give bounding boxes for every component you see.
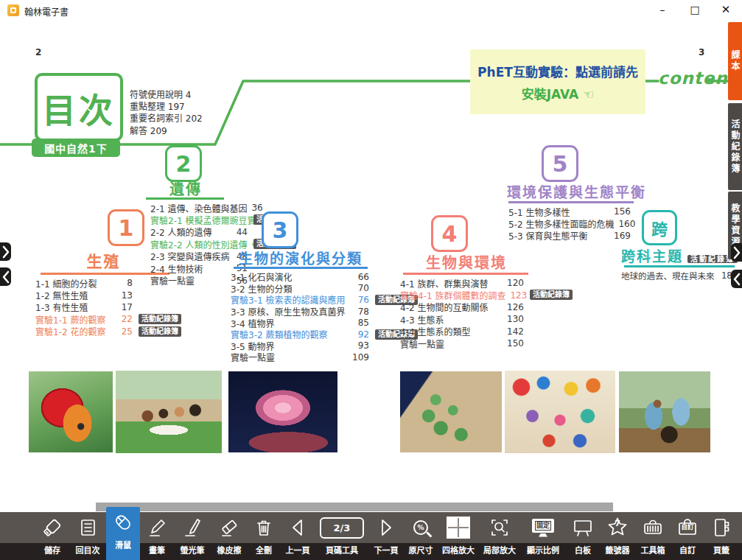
- chevron-left-icon: [1, 270, 11, 284]
- bottom-toolbar: 儲存 回目次 滑鼠 畫筆 螢光筆 橡皮擦 全刪 上一頁: [0, 512, 742, 560]
- eraser-icon: [218, 512, 240, 543]
- toc-item[interactable]: 3-4 植物界85: [231, 317, 369, 329]
- chevron-left-icon: [732, 272, 742, 287]
- back-to-toc-button[interactable]: 回目次: [69, 512, 106, 560]
- phet-java-note: PhET互動實驗：點選前請先 安裝JAVA ☜: [470, 49, 645, 114]
- prev-page-button[interactable]: 上一頁: [280, 512, 315, 560]
- front-matter-item[interactable]: 重要名詞索引 202: [130, 113, 203, 125]
- chapter-4-title[interactable]: 生物與環境: [400, 251, 533, 273]
- toc-item[interactable]: 1-3 有性生殖17: [35, 301, 133, 313]
- chapter-2-title[interactable]: 遺傳: [146, 178, 225, 199]
- book-label: 國中自然1下: [32, 139, 120, 157]
- toc-item[interactable]: 1-2 無性生殖13: [35, 289, 133, 301]
- triangle-left-icon: [287, 512, 309, 543]
- chapter-1-items: 1-1 細胞的分裂8 1-2 無性生殖13 1-3 有性生殖17 實驗1-1 蕨…: [35, 277, 133, 337]
- toolbox-icon: [642, 512, 664, 543]
- tab-activity-record-book[interactable]: 活動紀錄簿: [728, 103, 742, 190]
- toc-item[interactable]: 3-5 動物界93: [231, 340, 369, 352]
- region-magnifier-icon: [489, 512, 511, 543]
- page-tabs-button[interactable]: 頁籤: [704, 512, 738, 560]
- left-edge-next-button[interactable]: [0, 242, 11, 261]
- display-ratio-button[interactable]: 固定 顯示比例: [520, 512, 566, 560]
- toc-item-experiment[interactable]: 實驗2-1 模擬孟德爾豌豆實驗40活動紀錄簿: [150, 214, 248, 225]
- toc-item[interactable]: 3-1 化石與演化66: [231, 271, 369, 283]
- toc-item-experiment[interactable]: 實驗1-2 花的觀察25活動紀錄簿: [35, 326, 133, 337]
- chapter-5-items: 5-1 生物多樣性156 5-2 生物多樣性面臨的危機160 5-3 保育與生態…: [508, 206, 631, 242]
- highlighter-tool-button[interactable]: 螢光筆: [174, 512, 211, 560]
- toc-item[interactable]: 5-3 保育與生態平衡169: [508, 230, 631, 242]
- zoom-percent-icon: %: [413, 512, 428, 543]
- page-number-tool[interactable]: 2/3 頁碼工具: [315, 512, 368, 560]
- window-title: 翰林電子書: [24, 5, 69, 18]
- eraser-tool-button[interactable]: 橡皮擦: [211, 512, 248, 560]
- next-page-button[interactable]: 下一頁: [368, 512, 404, 560]
- ebook-app: 翰林電子書 – □ ✕ 2 3 目次 國中自然1下 符號使用說明 4 重點整理 …: [0, 0, 742, 560]
- save-button[interactable]: 儲存: [35, 512, 69, 560]
- toc-item[interactable]: 3-2 生物的分類70: [231, 283, 369, 295]
- pencil-icon: [146, 512, 168, 543]
- page-indicator[interactable]: 2/3: [320, 517, 364, 539]
- toc-item-experiment[interactable]: 實驗1-1 蕨的觀察22活動紀錄簿: [35, 313, 133, 325]
- toc-item[interactable]: 4-2 生物間的互動關係126: [400, 301, 524, 313]
- tab-textbook[interactable]: 課本: [728, 22, 742, 100]
- original-size-button[interactable]: % 原尺寸: [404, 512, 438, 560]
- toc-item[interactable]: 4-1 族群、群集與演替120: [400, 277, 524, 289]
- region-zoom-button[interactable]: 局部放大: [479, 512, 520, 560]
- chevron-right-icon: [732, 245, 742, 260]
- chapter-1-icon: 1: [108, 209, 144, 246]
- toc-item[interactable]: 地球的過去、現在與未來182: [621, 270, 738, 281]
- activity-book-badge[interactable]: 活動紀錄簿: [139, 314, 181, 324]
- left-page-number: 2: [35, 47, 41, 57]
- front-matter-item[interactable]: 解答 209: [130, 125, 203, 137]
- mouse-icon: [112, 507, 134, 538]
- front-matter-item[interactable]: 重點整理 197: [130, 101, 203, 113]
- chapter-cross-icon: 跨: [642, 210, 677, 245]
- toc-item[interactable]: 4-3 生態系130: [400, 313, 524, 325]
- toc-title-box: 目次: [35, 73, 123, 141]
- front-matter-item[interactable]: 符號使用說明 4: [130, 89, 203, 101]
- chapter-cross-items: 地球的過去、現在與未來182: [621, 270, 738, 281]
- note-line-1: PhET互動實驗：點選前請先: [470, 62, 645, 80]
- delete-all-button[interactable]: 全刪: [248, 512, 280, 560]
- chapter-4-underline: [403, 273, 528, 275]
- custom-button[interactable]: 自訂 自訂: [671, 512, 704, 560]
- photo-monarch-butterfly-on-red-flower: [29, 371, 113, 452]
- toc-item[interactable]: 實驗一點靈150: [400, 337, 524, 349]
- toc-item[interactable]: 3-3 原核、原生生物及真菌界78: [231, 306, 369, 318]
- toc-item-experiment[interactable]: 實驗3-2 蕨類植物的觀察92活動紀錄簿: [231, 329, 369, 340]
- chapter-cross-title[interactable]: 跨科主題活動紀錄簿: [621, 245, 738, 265]
- trash-icon: [253, 512, 275, 543]
- right-edge-prev-button[interactable]: [731, 270, 742, 288]
- toc-item[interactable]: 2-1 遺傳、染色體與基因36: [150, 202, 248, 214]
- four-grid-zoom-button[interactable]: 四格放大: [438, 512, 479, 560]
- toc-item[interactable]: 1-1 細胞的分裂8: [35, 277, 133, 289]
- toc-item[interactable]: 實驗一點靈109: [231, 351, 369, 363]
- toc-item-experiment[interactable]: 實驗4-1 族群個體數的調查123活動紀錄簿: [400, 289, 524, 301]
- maximize-button[interactable]: □: [683, 1, 707, 19]
- photo-children-reading-on-grass: [116, 371, 222, 453]
- toc-item[interactable]: 5-2 生物多樣性面臨的危機160: [508, 217, 631, 229]
- activity-book-badge[interactable]: 活動紀錄簿: [530, 290, 573, 300]
- left-edge-prev-button[interactable]: [0, 267, 11, 286]
- app-logo-icon: [7, 4, 19, 16]
- toc-item[interactable]: 2-2 人類的遺傳44: [150, 226, 248, 238]
- toc-item[interactable]: 5-1 生物多樣性156: [508, 206, 631, 217]
- whiteboard-button[interactable]: 白板: [566, 512, 600, 560]
- photo-colorful-plastic-waste: [505, 371, 615, 453]
- number-picker-button[interactable]: 7 籤號器: [600, 512, 635, 560]
- title-bar: 翰林電子書 – □ ✕: [0, 0, 742, 21]
- activity-book-badge[interactable]: 活動紀錄簿: [139, 326, 181, 337]
- toolbox-button[interactable]: 工具箱: [635, 512, 671, 560]
- book-tabs-icon: [710, 512, 732, 543]
- toc-item[interactable]: 4-4 生態系的類型142: [400, 326, 524, 337]
- toc-item-experiment[interactable]: 實驗3-1 檢索表的認識與應用76活動紀錄簿: [231, 294, 369, 306]
- right-edge-next-button[interactable]: [731, 243, 742, 262]
- chapter-3-title[interactable]: 生物的演化與分類: [231, 248, 371, 267]
- chapter-2-icon: 2: [165, 145, 202, 182]
- close-button[interactable]: ✕: [714, 1, 738, 19]
- mouse-tool-button[interactable]: 滑鼠: [106, 507, 140, 560]
- minimize-button[interactable]: –: [651, 1, 674, 19]
- chapter-5-title[interactable]: 環境保護與生態平衡: [507, 181, 636, 201]
- whiteboard-icon: [572, 512, 594, 543]
- pen-tool-button[interactable]: 畫筆: [140, 512, 174, 560]
